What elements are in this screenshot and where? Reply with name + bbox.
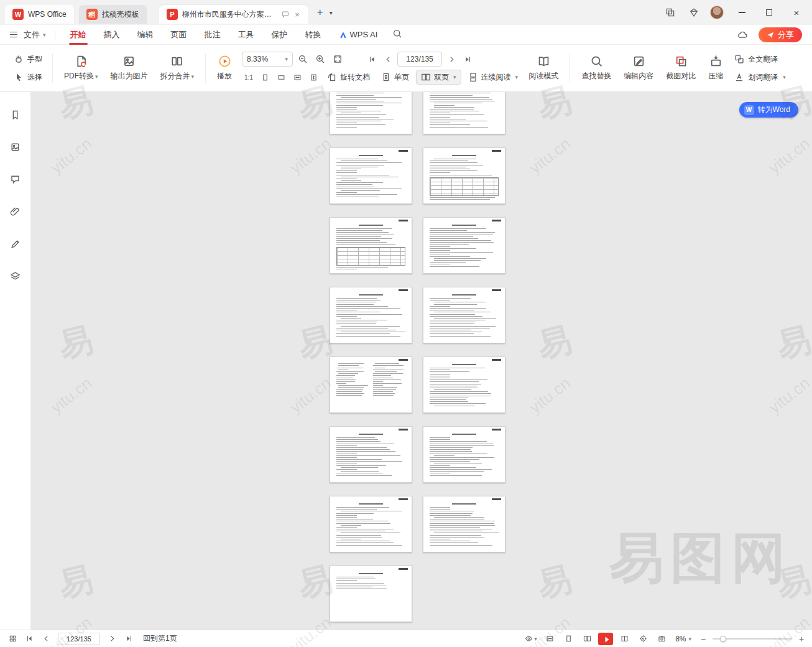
tab-insert[interactable]: 插入 (95, 25, 129, 45)
close-window-button[interactable]: × (787, 4, 806, 21)
fit-page-button[interactable] (330, 52, 345, 67)
next-page-button[interactable] (104, 632, 119, 646)
fit-width-button[interactable] (274, 70, 288, 84)
page-thumbnail[interactable] (423, 356, 505, 413)
word-translate-button[interactable]: 划词翻译 ▾ (729, 70, 791, 85)
tab-comment[interactable]: 批注 (196, 25, 229, 45)
edit-content-button[interactable]: 编辑内容 (617, 49, 660, 88)
export-image-button[interactable]: 输出为图片 (104, 49, 154, 88)
tab-list-dropdown[interactable]: ▾ (327, 9, 335, 16)
page-thumbnail[interactable] (330, 356, 412, 413)
convert-to-word-button[interactable]: W 转为Word (739, 102, 798, 118)
zoom-out-button[interactable]: − (698, 633, 709, 645)
layers-panel-button[interactable] (7, 268, 24, 285)
previous-page-button[interactable] (39, 632, 53, 646)
first-page-button[interactable] (22, 632, 37, 646)
split-merge-button[interactable]: 拆分合并▾ (154, 49, 201, 88)
split-view-button[interactable] (663, 5, 678, 20)
zoom-in-button[interactable]: + (796, 633, 807, 645)
maximize-button[interactable] (760, 4, 778, 21)
page-thumbnail[interactable] (423, 92, 505, 134)
single-page-button[interactable]: 单页 (377, 70, 413, 85)
minimize-button[interactable] (732, 4, 751, 21)
hand-tool-button[interactable]: 手型 (9, 52, 47, 67)
screenshot-button[interactable] (654, 632, 669, 646)
zoom-level-combo[interactable]: 8.33% ▾ (242, 52, 293, 67)
page-thumbnail[interactable] (330, 92, 412, 134)
tab-wps-ai[interactable]: WPS AI (330, 25, 387, 45)
tab-wps-home[interactable]: W WPS Office (5, 5, 74, 24)
last-page-button[interactable] (461, 52, 474, 66)
page-number-input[interactable] (397, 52, 442, 67)
tab-page[interactable]: 页面 (162, 25, 196, 45)
new-tab-button[interactable]: + (313, 6, 327, 19)
target-locate-button[interactable] (635, 632, 650, 646)
play-button[interactable]: 播放 (211, 49, 238, 88)
zoom-percent-dropdown[interactable]: 8% ▾ (673, 635, 694, 643)
fit-horizontal-button[interactable] (290, 70, 304, 84)
slider-knob[interactable] (720, 636, 726, 642)
fit-height-button[interactable] (258, 70, 272, 84)
zoom-slider[interactable] (713, 633, 792, 645)
zoom-out-button[interactable] (295, 52, 310, 67)
thumbnail-grid-button[interactable] (5, 632, 20, 646)
select-tool-button[interactable]: 选择 (9, 70, 47, 85)
tab-tools[interactable]: 工具 (229, 25, 263, 45)
double-page-view-button[interactable] (579, 632, 594, 646)
tab-home[interactable]: 开始 (62, 25, 95, 45)
share-button[interactable]: 分享 (759, 27, 802, 42)
fit-vertical-button[interactable] (307, 70, 320, 84)
tab-protect[interactable]: 保护 (263, 25, 297, 45)
document-canvas[interactable]: W 转为Word (31, 92, 812, 630)
eye-protect-button[interactable]: ▾ (524, 632, 538, 646)
thumbnails-panel-button[interactable] (7, 138, 24, 156)
single-page-view-button[interactable] (561, 632, 576, 646)
page-thumbnail[interactable] (330, 147, 412, 204)
page-thumbnail[interactable] (423, 217, 505, 274)
last-page-button[interactable] (121, 632, 136, 646)
rotate-document-button[interactable]: 旋转文档 (323, 70, 374, 85)
cloud-sync-icon[interactable] (735, 27, 750, 42)
continuous-read-button[interactable]: 连续阅读 ▾ (464, 70, 523, 85)
attachments-panel-button[interactable] (7, 203, 24, 220)
annotate-panel-button[interactable] (7, 235, 24, 253)
tab-close-button[interactable]: × (293, 10, 301, 19)
search-icon[interactable] (386, 29, 408, 40)
split-view-button[interactable] (617, 632, 632, 646)
previous-page-button[interactable] (381, 52, 395, 66)
screenshot-compare-button[interactable]: 截图对比 (660, 49, 702, 88)
bookmarks-panel-button[interactable] (7, 106, 24, 123)
tab-document-active[interactable]: P 柳州市市民服务中心方案设计 × (159, 5, 308, 24)
double-page-button[interactable]: 双页 ▾ (416, 70, 461, 85)
next-page-button[interactable] (445, 52, 458, 66)
member-gem-button[interactable] (686, 5, 701, 20)
page-thumbnail[interactable] (330, 426, 412, 483)
page-thumbnail[interactable] (330, 217, 412, 274)
page-thumbnail[interactable] (423, 496, 505, 552)
user-avatar[interactable] (710, 6, 724, 19)
comments-panel-button[interactable] (7, 170, 24, 188)
file-menu-button[interactable]: 文件 ▾ (21, 29, 48, 40)
pdf-convert-button[interactable]: PDF转换▾ (58, 49, 104, 88)
first-page-button[interactable] (365, 52, 379, 66)
tab-edit[interactable]: 编辑 (129, 25, 162, 45)
page-thumbnail[interactable] (330, 287, 412, 343)
fit-width-button[interactable] (542, 632, 557, 646)
page-thumbnail[interactable] (330, 566, 412, 622)
find-replace-button[interactable]: 查找替换 (575, 49, 617, 88)
back-to-first-page-button[interactable]: 回到第1页 (138, 633, 182, 644)
page-thumbnail[interactable] (330, 496, 412, 552)
zoom-in-button[interactable] (313, 52, 328, 67)
tab-docer-template[interactable]: 稻 找稿壳模板 (79, 5, 147, 24)
tab-convert[interactable]: 转换 (297, 25, 330, 45)
page-thumbnail[interactable] (423, 426, 505, 483)
compress-button[interactable]: 压缩 (702, 49, 729, 88)
full-text-translate-button[interactable]: 全文翻译 (729, 52, 791, 67)
slideshow-play-button[interactable] (598, 633, 613, 645)
hamburger-menu-icon[interactable] (6, 32, 21, 37)
read-mode-button[interactable]: 阅读模式 (522, 49, 565, 88)
actual-size-button[interactable]: 1:1 (242, 70, 256, 84)
page-number-input[interactable] (58, 633, 100, 645)
page-thumbnail[interactable] (423, 147, 505, 204)
page-thumbnail[interactable] (423, 287, 505, 343)
